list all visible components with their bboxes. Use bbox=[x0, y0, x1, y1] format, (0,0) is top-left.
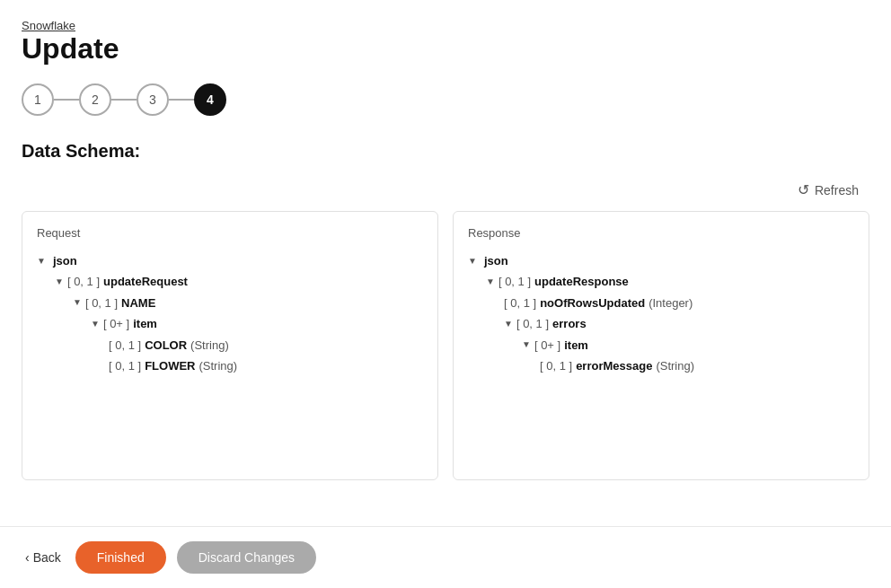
step-3[interactable]: 3 bbox=[137, 83, 169, 116]
tree-row: [ 0, 1 ] errorMessage (String) bbox=[468, 355, 854, 376]
tree-row: ▼ [ 0, 1 ] NAME bbox=[37, 293, 423, 313]
step-connector-3 bbox=[169, 99, 194, 101]
chevron-icon: ▼ bbox=[73, 294, 82, 311]
chevron-icon: ▼ bbox=[55, 274, 64, 290]
tree-row: [ 0, 1 ] FLOWER (String) bbox=[37, 355, 423, 376]
refresh-label: Refresh bbox=[815, 183, 859, 197]
section-title: Data Schema: bbox=[22, 141, 869, 162]
page-title: Update bbox=[22, 32, 869, 66]
finished-button[interactable]: Finished bbox=[75, 541, 166, 574]
chevron-icon: ▼ bbox=[37, 253, 46, 269]
request-schema-tree: ▼ json ▼ [ 0, 1 ] updateRequest ▼ [ 0, 1… bbox=[37, 250, 423, 376]
chevron-icon: ▼ bbox=[504, 316, 513, 332]
request-panel: Request ▼ json ▼ [ 0, 1 ] updateRequest … bbox=[22, 211, 438, 480]
tree-row: ▼ [ 0, 1 ] updateRequest bbox=[37, 271, 423, 292]
back-label: Back bbox=[33, 550, 61, 565]
response-panel-label: Response bbox=[468, 226, 854, 240]
schema-panels: Request ▼ json ▼ [ 0, 1 ] updateRequest … bbox=[22, 211, 869, 480]
chevron-icon: ▼ bbox=[468, 253, 477, 269]
step-connector-2 bbox=[111, 99, 137, 101]
tree-row: ▼ [ 0+ ] item bbox=[37, 313, 423, 334]
tree-row: ▼ [ 0, 1 ] updateResponse bbox=[468, 271, 854, 292]
step-1[interactable]: 1 bbox=[22, 83, 54, 116]
tree-row: ▼ json bbox=[37, 250, 423, 271]
chevron-icon: ▼ bbox=[522, 337, 531, 353]
request-panel-label: Request bbox=[37, 226, 423, 240]
discard-button[interactable]: Discard Changes bbox=[177, 541, 316, 574]
footer: ‹ Back Finished Discard Changes bbox=[0, 526, 891, 588]
step-4[interactable]: 4 bbox=[194, 83, 226, 116]
tree-row: [ 0, 1 ] noOfRowsUpdated (Integer) bbox=[468, 293, 854, 313]
refresh-icon: ↺ bbox=[798, 181, 809, 198]
breadcrumb[interactable]: Snowflake bbox=[22, 19, 75, 32]
back-arrow-icon: ‹ bbox=[25, 550, 30, 565]
tree-row: ▼ [ 0, 1 ] errors bbox=[468, 313, 854, 334]
page-container: Snowflake Update 1 2 3 4 Data Schema: ↺ … bbox=[0, 0, 891, 588]
step-2[interactable]: 2 bbox=[79, 83, 111, 116]
response-schema-tree: ▼ json ▼ [ 0, 1 ] updateResponse [ 0, 1 … bbox=[468, 250, 854, 376]
steps-indicator: 1 2 3 4 bbox=[22, 83, 869, 116]
step-connector-1 bbox=[54, 99, 79, 101]
chevron-icon: ▼ bbox=[91, 316, 100, 332]
refresh-row: ↺ Refresh bbox=[22, 176, 869, 204]
refresh-button[interactable]: ↺ Refresh bbox=[787, 176, 869, 204]
chevron-icon: ▼ bbox=[486, 274, 495, 290]
tree-row: ▼ json bbox=[468, 250, 854, 271]
response-panel: Response ▼ json ▼ [ 0, 1 ] updateRespons… bbox=[453, 211, 869, 480]
back-button[interactable]: ‹ Back bbox=[22, 543, 65, 572]
tree-row: [ 0, 1 ] COLOR (String) bbox=[37, 335, 423, 355]
tree-row: ▼ [ 0+ ] item bbox=[468, 335, 854, 355]
